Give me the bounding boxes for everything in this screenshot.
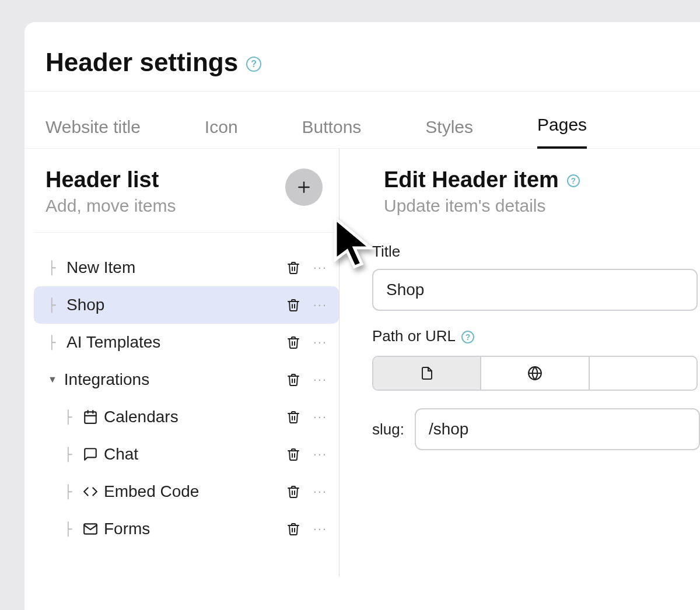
help-icon[interactable]: ? — [567, 174, 580, 187]
slug-input[interactable] — [415, 408, 700, 450]
more-button[interactable]: ··· — [313, 447, 327, 462]
segment-url[interactable] — [481, 357, 589, 390]
tab-pages[interactable]: Pages — [537, 115, 587, 149]
svg-rect-2 — [85, 412, 96, 423]
header-list-item[interactable]: ├Calendars··· — [34, 398, 339, 436]
edit-panel-title: Edit Header item — [384, 167, 559, 192]
tab-buttons[interactable]: Buttons — [302, 117, 362, 149]
header-list-item[interactable]: ▼Integrations··· — [34, 361, 339, 398]
more-button[interactable]: ··· — [313, 484, 327, 499]
title-input[interactable] — [372, 269, 698, 311]
tree-branch-icon: ├ — [64, 410, 75, 425]
more-button[interactable]: ··· — [313, 297, 327, 313]
item-label: Forms — [104, 520, 286, 538]
item-label: Embed Code — [104, 482, 286, 501]
trash-icon — [286, 484, 300, 499]
page-title: Header settings — [46, 48, 238, 77]
trash-icon — [286, 409, 300, 425]
delete-button[interactable] — [286, 409, 300, 425]
trash-icon — [286, 335, 300, 350]
tab-styles[interactable]: Styles — [425, 117, 473, 149]
more-button[interactable]: ··· — [313, 372, 327, 387]
tree-branch-icon: ├ — [48, 335, 58, 350]
segment-other[interactable] — [590, 357, 696, 390]
header-list-item[interactable]: ├AI Templates··· — [34, 324, 339, 361]
item-label: AI Templates — [66, 333, 286, 352]
help-icon[interactable]: ? — [461, 331, 474, 343]
tree-branch-icon: ├ — [48, 261, 58, 275]
tree-branch-icon: ├ — [64, 485, 75, 499]
help-icon[interactable]: ? — [246, 57, 261, 72]
more-button[interactable]: ··· — [313, 335, 327, 350]
item-label: Integrations — [64, 370, 286, 389]
item-label: Calendars — [104, 408, 286, 426]
title-field-label: Title — [372, 243, 700, 261]
slug-label: slug: — [372, 420, 404, 439]
item-label: Shop — [66, 296, 286, 314]
trash-icon — [286, 521, 300, 537]
delete-button[interactable] — [286, 484, 300, 499]
delete-button[interactable] — [286, 297, 300, 313]
calendar-icon — [83, 409, 98, 425]
header-list-subtitle: Add, move items — [46, 196, 327, 216]
delete-button[interactable] — [286, 447, 300, 462]
header-list-item[interactable]: ├Forms··· — [34, 510, 339, 548]
edit-panel-subtitle: Update item's details — [384, 196, 688, 216]
tree-branch-icon: ├ — [64, 447, 75, 462]
delete-button[interactable] — [286, 521, 300, 537]
chat-icon — [83, 447, 98, 462]
delete-button[interactable] — [286, 260, 300, 275]
path-type-segments — [372, 356, 698, 391]
tab-icon[interactable]: Icon — [205, 117, 238, 149]
globe-icon — [527, 366, 542, 381]
trash-icon — [286, 260, 300, 275]
item-label: New Item — [66, 258, 286, 277]
code-icon — [83, 484, 98, 499]
more-button[interactable]: ··· — [313, 409, 327, 425]
header-list-item[interactable]: ├Embed Code··· — [34, 473, 339, 510]
header-list-item[interactable]: ├Shop··· — [34, 286, 339, 324]
add-item-button[interactable] — [285, 169, 323, 206]
path-field-label: Path or URL — [372, 327, 456, 345]
tab-website-title[interactable]: Website title — [46, 117, 141, 149]
mail-icon — [83, 521, 98, 537]
more-button[interactable]: ··· — [313, 521, 327, 537]
delete-button[interactable] — [286, 372, 300, 387]
header-list-item[interactable]: ├Chat··· — [34, 436, 339, 473]
segment-page[interactable] — [373, 357, 481, 390]
header-list-item[interactable]: ├New Item··· — [34, 249, 339, 286]
trash-icon — [286, 447, 300, 462]
more-button[interactable]: ··· — [313, 260, 327, 275]
tree-branch-icon: ├ — [64, 522, 75, 537]
plus-icon — [296, 180, 312, 195]
trash-icon — [286, 297, 300, 313]
trash-icon — [286, 372, 300, 387]
chevron-down-icon[interactable]: ▼ — [48, 374, 57, 385]
item-label: Chat — [104, 445, 286, 464]
delete-button[interactable] — [286, 335, 300, 350]
page-icon — [420, 365, 434, 381]
tree-branch-icon: ├ — [48, 298, 58, 313]
